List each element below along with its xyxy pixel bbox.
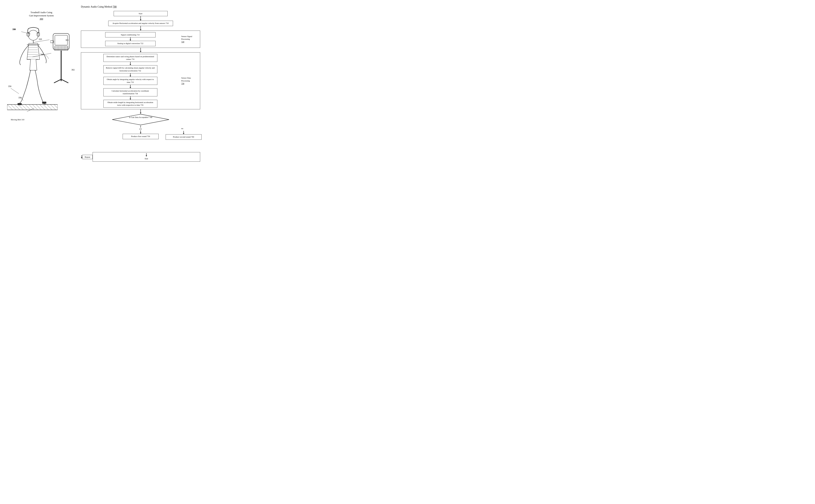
label-320-text: 320 xyxy=(39,38,42,41)
conn-721-722 xyxy=(130,37,131,40)
box-710: Acquire Horizontal acceleration and angu… xyxy=(108,21,173,26)
svg-rect-28 xyxy=(42,102,46,104)
group-720: Signal conditioning 721 Analog to digita… xyxy=(81,31,200,48)
right-panel: Dynamic Audio Cuing Method 700 Start Acq… xyxy=(79,4,200,162)
connector-2 xyxy=(140,26,141,29)
svg-line-13 xyxy=(43,104,49,110)
svg-line-4 xyxy=(11,104,16,110)
group-720-label: Sensor SignalProcessing720 xyxy=(179,31,200,48)
label-301: 301 xyxy=(65,39,69,42)
end-row: Repeat End xyxy=(81,152,200,162)
end-box: End xyxy=(93,152,200,162)
group-730-label: Sensor DataProcessing730 xyxy=(179,52,200,110)
svg-rect-37 xyxy=(53,33,69,50)
connector-1 xyxy=(140,16,141,19)
no-branch: no Produce second sound 760 xyxy=(167,126,200,140)
start-box: Start xyxy=(114,11,168,16)
box-734: Calculate horizontal acceleration by coo… xyxy=(103,88,157,96)
title-line1: Treadmill Audio Cuing xyxy=(31,11,52,14)
title-line2: Gait Improvement System xyxy=(29,14,54,17)
svg-line-7 xyxy=(22,104,27,110)
flowchart-container: Start Acquire Horizontal acceleration an… xyxy=(81,11,200,162)
svg-rect-39 xyxy=(54,46,68,51)
label-350b-text: 350 xyxy=(18,96,22,99)
decision-740-row: Is Gait Data Acceptable? 740 xyxy=(81,114,200,126)
label-330-text: 330 xyxy=(12,28,15,31)
svg-line-15 xyxy=(50,104,56,110)
box-733: Obtain angle by integrating angular velo… xyxy=(103,77,157,85)
figure-area: 330 330 320 340 350 350 xyxy=(7,22,76,122)
svg-rect-0 xyxy=(7,104,58,110)
moving-belt-label: Moving Belt 310 xyxy=(11,118,24,121)
svg-line-8 xyxy=(25,104,31,110)
box-731: Determine stance and swing phases based … xyxy=(103,54,157,62)
svg-line-11 xyxy=(36,104,41,110)
no-label: no xyxy=(181,127,183,129)
start-node: Start xyxy=(81,11,200,21)
group-730: Determine stance and swing phases based … xyxy=(81,52,200,110)
box-732: Remove signal drift by calculating mean … xyxy=(103,65,157,73)
walking-figure-svg xyxy=(7,24,58,117)
box-722: Analog to digital conversion 722 xyxy=(105,41,156,46)
repeat-box: Repeat xyxy=(82,155,93,159)
title-text: Dynamic Audio Cuing Method xyxy=(81,5,113,8)
label-350a-text: 350 xyxy=(8,85,11,88)
flowchart-main: Start Acquire Horizontal acceleration an… xyxy=(81,11,200,162)
arrow-1 xyxy=(140,19,141,21)
left-panel: Treadmill Audio Cuing Gait Improvement S… xyxy=(4,4,79,162)
diamond-740-svg: Is Gait Data Acceptable? 740 xyxy=(112,114,169,126)
svg-rect-29 xyxy=(18,103,22,105)
box-721: Signal conditioning 721 xyxy=(105,32,156,37)
yes-label: yes xyxy=(139,128,142,130)
svg-line-14 xyxy=(47,104,52,110)
box-760: Produce second sound 760 xyxy=(166,134,202,140)
svg-line-16 xyxy=(54,104,58,108)
diamond-740-text: Is Gait Data Acceptable? 740 xyxy=(119,116,162,119)
system-title: Treadmill Audio Cuing Gait Improvement S… xyxy=(4,11,79,21)
svg-line-5 xyxy=(14,104,20,110)
label-340-text: 340 xyxy=(40,53,44,56)
arrow-2 xyxy=(140,29,141,31)
treadmill-device-svg xyxy=(50,33,74,86)
connector-to-740 xyxy=(140,109,141,114)
svg-line-6 xyxy=(18,104,23,110)
label-302: 302 xyxy=(71,69,75,71)
node-710: Acquire Horizontal acceleration and angu… xyxy=(81,21,200,30)
svg-point-17 xyxy=(28,30,38,40)
arr-721-722 xyxy=(130,40,131,41)
branch-row: yes Produce first sound 750 no xyxy=(81,126,200,151)
box-750: Produce first sound 750 xyxy=(123,134,159,139)
svg-line-53 xyxy=(54,79,61,83)
svg-line-10 xyxy=(32,104,38,110)
svg-line-54 xyxy=(61,79,68,83)
box-735: Obtain stride length by integrating hori… xyxy=(103,100,157,108)
svg-line-12 xyxy=(40,104,45,110)
svg-line-3 xyxy=(7,104,13,110)
title-ref: 700 xyxy=(113,5,117,8)
svg-line-9 xyxy=(29,104,34,110)
flowchart-title: Dynamic Audio Cuing Method 700 xyxy=(81,5,200,8)
connector-group1-group2 xyxy=(140,48,141,52)
title-ref: 300 xyxy=(40,17,43,20)
